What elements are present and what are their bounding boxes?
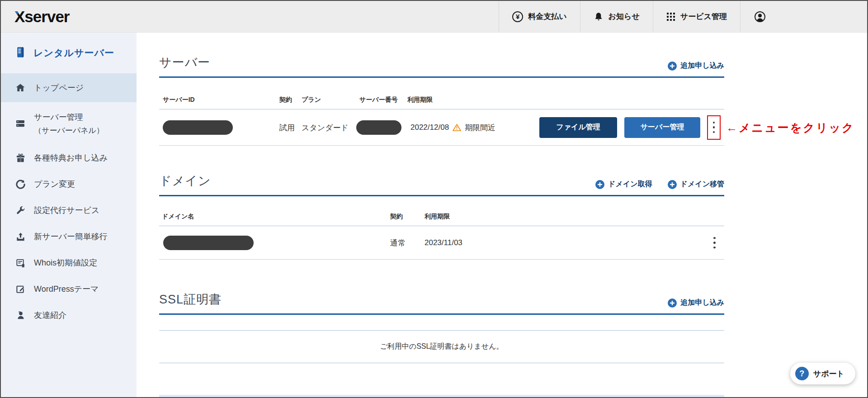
sidebar-item-label: サーバー管理 — [34, 113, 83, 122]
yen-circle-icon: ¥ — [512, 11, 523, 22]
domain-table-row: 通常 2023/11/03 — [159, 226, 724, 260]
ssl-empty-message: ご利用中のSSL証明書はありません。 — [159, 330, 724, 363]
server-expiry-warning-label: 期限間近 — [465, 122, 495, 133]
server-plan: スタンダード — [302, 122, 349, 133]
col-expiry: 利用期限 — [425, 213, 450, 221]
domain-name-redacted — [163, 236, 254, 250]
domain-table-header: ドメイン名 契約 利用期限 — [159, 208, 724, 226]
sidebar-item-label: Whois初期値設定 — [34, 257, 97, 268]
server-id-redacted — [163, 120, 233, 135]
logo-x: XX — [14, 8, 24, 26]
support-label: サポート — [813, 369, 844, 379]
nav-service-manage[interactable]: サービス管理 — [653, 1, 740, 32]
col-expiry: 利用期限 — [407, 96, 433, 104]
domain-transfer-link[interactable]: ドメイン移管 — [668, 180, 725, 189]
plus-circle-icon — [595, 180, 604, 189]
sidebar-item-label: プラン変更 — [34, 179, 75, 190]
server-expiry: 2022/12/08 期限間近 — [410, 122, 495, 133]
bell-icon — [594, 12, 604, 22]
next-section-header-bar — [159, 395, 724, 398]
account-icon — [754, 10, 766, 23]
server-table-header: サーバーID 契約 プラン サーバー番号 利用期限 — [159, 91, 724, 109]
nav-account[interactable] — [740, 1, 779, 32]
nav-service-manage-label: サービス管理 — [680, 11, 727, 22]
sidebar-item-sublabel: （サーバーパネル） — [34, 125, 104, 136]
domain-section: ドメイン ドメイン取得 ドメイン移管 ドメイン名 契約 — [159, 173, 724, 260]
nav-news[interactable]: お知らせ — [580, 1, 653, 32]
migrate-icon — [14, 232, 26, 242]
sidebar-brand-rental-server[interactable]: レンタルサーバー — [1, 33, 137, 73]
logo-rest: server — [24, 8, 69, 26]
sidebar-item-label: 友達紹介 — [34, 310, 66, 321]
sidebar-item-whois[interactable]: Whois初期値設定 — [1, 250, 137, 276]
server-contract: 試用 — [279, 122, 295, 133]
server-add-apply-link[interactable]: 追加申し込み — [668, 61, 724, 71]
ssl-section-title: SSL証明書 — [159, 291, 222, 308]
nav-payment[interactable]: ¥ 料金支払い — [499, 1, 580, 32]
domain-expiry: 2023/11/03 — [425, 238, 462, 247]
annotation-highlight-box — [707, 115, 721, 140]
header-nav: ¥ 料金支払い お知らせ サービス管理 — [499, 1, 867, 32]
server-manage-button[interactable]: サーバー管理 — [624, 117, 700, 138]
sidebar-item-server-migration[interactable]: 新サーバー簡単移行 — [1, 223, 137, 250]
whois-icon — [14, 258, 26, 268]
domain-contract: 通常 — [390, 237, 406, 248]
grid-icon — [666, 12, 675, 21]
ssl-section: SSL証明書 追加申し込み ご利用中のSSL証明書はありません。 — [159, 291, 724, 363]
sidebar-item-label: 設定代行サービス — [34, 205, 99, 216]
col-domain-name: ドメイン名 — [162, 213, 194, 221]
server-section: サーバー 追加申し込み サーバーID 契約 プラン サーバー番号 利用期限 — [159, 54, 724, 146]
domain-get-link[interactable]: ドメイン取得 — [595, 180, 652, 189]
sidebar-item-label: 新サーバー簡単移行 — [34, 231, 108, 242]
nav-news-label: お知らせ — [609, 11, 640, 22]
col-contract: 契約 — [390, 213, 403, 221]
wrench-icon — [14, 205, 26, 216]
col-server-number: サーバー番号 — [359, 96, 398, 104]
sidebar-item-server-manage[interactable]: サーバー管理 （サーバーパネル） — [1, 102, 137, 145]
plus-circle-icon — [668, 298, 677, 308]
refresh-icon — [14, 179, 26, 190]
server-row-menu-button[interactable] — [711, 120, 717, 135]
menu-click-annotation: ←メニューをクリック — [726, 120, 855, 135]
sidebar-item-wordpress-theme[interactable]: WordPressテーマ — [1, 276, 137, 302]
col-server-id: サーバーID — [163, 96, 195, 104]
home-icon — [14, 82, 26, 93]
sidebar-item-benefits[interactable]: 各種特典お申し込み — [1, 145, 137, 171]
warning-triangle-icon — [453, 123, 461, 131]
plus-circle-icon — [668, 180, 677, 189]
col-contract: 契約 — [279, 96, 292, 104]
top-header: XXserver ¥ 料金支払い お知らせ サービス管理 — [1, 1, 867, 33]
header-spacer — [779, 1, 867, 32]
sidebar-item-plan-change[interactable]: プラン変更 — [1, 171, 137, 197]
plus-circle-icon — [668, 62, 677, 71]
server-number-redacted — [356, 120, 401, 135]
sidebar-item-referral[interactable]: 友達紹介 — [1, 302, 137, 328]
main-content: サーバー 追加申し込み サーバーID 契約 プラン サーバー番号 利用期限 — [137, 33, 867, 397]
sidebar-item-label: WordPressテーマ — [34, 284, 99, 294]
gift-icon — [14, 153, 26, 163]
file-manage-button[interactable]: ファイル管理 — [539, 117, 617, 138]
xserver-logo[interactable]: XXserver — [1, 1, 69, 32]
sidebar-brand-label: レンタルサーバー — [33, 47, 114, 59]
nav-payment-label: 料金支払い — [528, 11, 566, 22]
sidebar-item-top-page[interactable]: トップページ — [1, 73, 137, 102]
sidebar: レンタルサーバー トップページ サーバー管理 （サーバーパネル） — [1, 33, 137, 397]
sidebar-item-setup-service[interactable]: 設定代行サービス — [1, 197, 137, 223]
xserver-panel-page: XXserver ¥ 料金支払い お知らせ サービス管理 — [0, 0, 868, 398]
col-plan: プラン — [302, 96, 321, 104]
sidebar-item-label: トップページ — [34, 82, 84, 93]
server-icon — [14, 118, 26, 129]
friend-icon — [14, 310, 26, 321]
support-button[interactable]: ? サポート — [790, 363, 855, 384]
sidebar-item-label: 各種特典お申し込み — [34, 152, 108, 163]
server-expiry-date: 2022/12/08 — [410, 123, 449, 132]
server-table-row: 試用 スタンダード 2022/12/08 期限間近 ファイル管理 サーバー管理 … — [159, 109, 724, 146]
ssl-add-apply-link[interactable]: 追加申し込み — [668, 298, 724, 308]
server-section-title: サーバー — [159, 54, 210, 71]
domain-section-title: ドメイン — [159, 173, 211, 189]
question-circle-icon: ? — [795, 367, 809, 380]
server-box-icon — [14, 46, 27, 60]
theme-icon — [14, 284, 26, 294]
domain-row-menu-button[interactable] — [712, 235, 717, 251]
